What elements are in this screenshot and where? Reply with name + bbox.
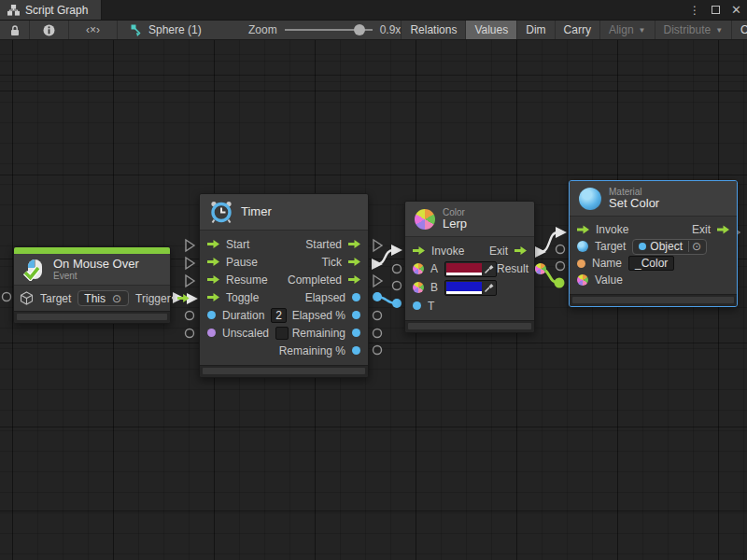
flow-arrow-icon[interactable] xyxy=(348,258,360,267)
node-title: Set Color xyxy=(609,197,659,210)
window-menu-icon[interactable]: ⋮ xyxy=(689,4,700,17)
port-lerp-a-in xyxy=(393,265,402,273)
result-port-label: Result xyxy=(497,262,529,275)
target-port-label: Target xyxy=(595,240,626,253)
flow-arrow-icon[interactable] xyxy=(207,275,219,285)
color-port-icon[interactable] xyxy=(413,282,424,293)
mouse-over-icon xyxy=(23,259,46,281)
flow-arrow-icon[interactable] xyxy=(348,240,360,249)
port-timer-elapsedpct-out xyxy=(374,312,382,320)
color-a-field[interactable] xyxy=(444,261,497,277)
b-port-label: B xyxy=(430,281,438,294)
toolbar-button-carry[interactable]: Carry xyxy=(556,21,600,39)
unscaled-checkbox[interactable] xyxy=(275,327,289,340)
node-footer[interactable] xyxy=(14,311,170,323)
zoom-label: Zoom xyxy=(248,23,277,36)
color-port-icon[interactable] xyxy=(535,263,546,274)
flow-arrow-icon[interactable] xyxy=(207,258,219,267)
flow-arrow-icon[interactable] xyxy=(413,246,425,256)
timer-input-label: Unscaled xyxy=(222,327,269,340)
invoke-port-label: Invoke xyxy=(596,223,628,236)
node-title: Timer xyxy=(241,205,272,218)
object-dot-icon xyxy=(639,243,646,250)
node-on-mouse-over[interactable]: On Mouse Over Event Target This ⊙ Trigge… xyxy=(13,246,171,324)
color-port-icon[interactable] xyxy=(413,263,424,274)
target-object-field[interactable]: Object ⊙ xyxy=(632,239,707,255)
color-wheel-icon xyxy=(415,209,435,230)
node-title: Lerp xyxy=(443,217,467,231)
node-footer[interactable] xyxy=(405,320,534,332)
script-machine-icon xyxy=(131,24,143,36)
port-timer-completed-out xyxy=(374,275,382,287)
flow-arrow-icon[interactable] xyxy=(177,294,190,303)
graph-target-selector[interactable]: Sphere (1) xyxy=(131,23,217,36)
eyedropper-icon[interactable] xyxy=(484,282,495,293)
timer-input-label: Toggle xyxy=(226,291,259,304)
port-timer-resume-in xyxy=(186,275,194,287)
toolbar-button-distribute[interactable]: Distribute▼ xyxy=(655,21,733,39)
material-port-icon[interactable] xyxy=(577,241,588,252)
string-port-icon[interactable] xyxy=(577,259,585,268)
eyedropper-icon[interactable] xyxy=(484,263,495,274)
value-port-icon[interactable] xyxy=(352,293,360,301)
port-setcolor-name-in xyxy=(557,262,565,271)
toolbar-button-values[interactable]: Values xyxy=(466,21,517,39)
node-color-lerp[interactable]: Color Lerp Invoke Exit A Result B xyxy=(404,201,535,333)
color-port-icon[interactable] xyxy=(577,274,588,286)
window-close-icon[interactable]: ✕ xyxy=(731,3,741,17)
info-button[interactable] xyxy=(30,21,69,39)
graph-canvas[interactable]: On Mouse Over Event Target This ⊙ Trigge… xyxy=(0,40,747,560)
name-input[interactable]: _Color xyxy=(628,256,674,271)
timer-output-label: Started xyxy=(305,238,342,251)
value-port-label: Value xyxy=(595,273,623,287)
flow-arrow-icon[interactable] xyxy=(207,240,219,249)
timer-output-label: Remaining % xyxy=(279,344,345,357)
tab-script-graph[interactable]: Script Graph xyxy=(0,0,102,20)
timer-output-label: Completed xyxy=(288,273,342,287)
lock-icon xyxy=(9,24,21,36)
timer-input-label: Duration xyxy=(222,309,264,322)
object-picker-icon[interactable]: ⊙ xyxy=(109,293,124,304)
code-view-button[interactable]: ‹×› xyxy=(69,21,118,39)
zoom-slider[interactable] xyxy=(285,29,373,31)
bool-port-icon[interactable] xyxy=(207,329,216,337)
flow-arrow-icon[interactable] xyxy=(514,246,527,256)
node-footer[interactable] xyxy=(570,294,737,306)
toolbar-button-overview[interactable]: Overview xyxy=(732,21,747,39)
toolbar-button-dim[interactable]: Dim xyxy=(517,21,555,39)
port-timer-pause-in xyxy=(186,258,194,269)
material-sphere-icon xyxy=(579,188,601,210)
event-accent-bar xyxy=(14,247,170,254)
flow-arrow-icon[interactable] xyxy=(717,225,729,234)
value-port-icon[interactable] xyxy=(352,311,360,319)
code-view-icon: ‹×› xyxy=(86,23,100,36)
value-port-icon[interactable] xyxy=(352,346,360,355)
zoom-value: 0.9x xyxy=(380,23,402,36)
wire-tick-to-invoke xyxy=(377,250,393,264)
timer-input-label: Resume xyxy=(226,273,268,287)
node-timer[interactable]: Timer Start Started Pause Tick Resume Co… xyxy=(199,193,369,378)
value-port-icon[interactable] xyxy=(352,329,360,337)
window-maximize-icon[interactable] xyxy=(712,6,720,14)
a-port-label: A xyxy=(430,262,438,275)
value-port-icon[interactable] xyxy=(207,311,216,319)
target-self-toggle[interactable]: This ⊙ xyxy=(78,290,129,306)
zoom-slider-handle[interactable] xyxy=(354,24,365,35)
value-port-icon[interactable] xyxy=(413,301,421,310)
chevron-down-icon: ▼ xyxy=(639,26,646,35)
exit-port-label: Exit xyxy=(692,223,711,236)
node-set-color[interactable]: Material Set Color Invoke Exit Target Ob… xyxy=(569,180,738,307)
port-setcolor-value-in xyxy=(555,278,565,288)
flow-arrow-icon[interactable] xyxy=(207,293,219,302)
flow-arrow-icon[interactable] xyxy=(577,225,589,234)
color-b-field[interactable] xyxy=(444,280,497,296)
port-lerp-b-in xyxy=(393,282,402,290)
lock-button[interactable] xyxy=(0,21,30,39)
flow-arrow-icon[interactable] xyxy=(348,275,360,285)
window-tab-bar: Script Graph ⋮ ✕ xyxy=(0,0,747,20)
duration-input[interactable]: 2 xyxy=(271,308,287,323)
toolbar-button-relations[interactable]: Relations xyxy=(401,21,466,39)
node-footer[interactable] xyxy=(200,365,368,377)
toolbar-button-align[interactable]: Align▼ xyxy=(600,21,655,39)
object-picker-icon[interactable]: ⊙ xyxy=(688,241,704,252)
